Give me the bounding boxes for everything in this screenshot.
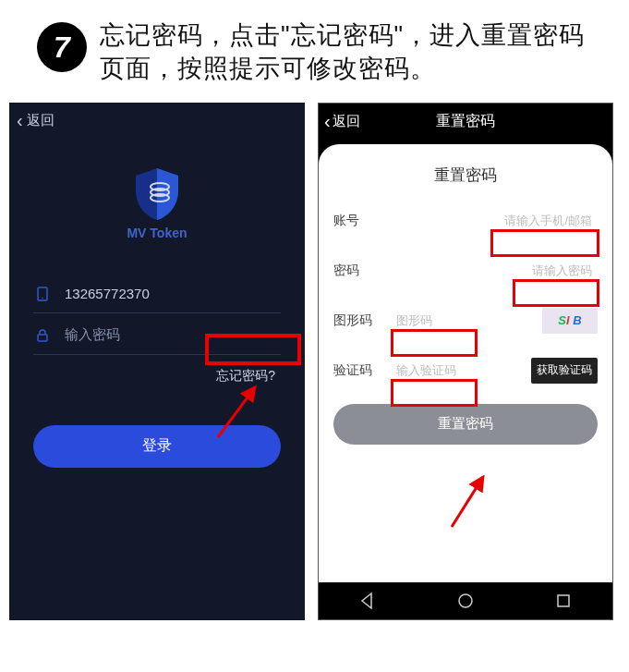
- reset-submit-button[interactable]: 重置密码: [333, 404, 598, 445]
- nav-home-icon[interactable]: [456, 592, 475, 610]
- app-logo-area: MV Token: [9, 166, 305, 240]
- arrow-annotation: [446, 470, 492, 534]
- titlebar: ‹ 返回 重置密码: [319, 104, 612, 141]
- back-button[interactable]: ‹ 返回: [9, 103, 305, 139]
- password-label: 密码: [333, 263, 391, 279]
- chevron-left-icon: ‹: [17, 110, 23, 131]
- forgot-password-link[interactable]: 忘记密码?: [207, 362, 284, 390]
- captcha-image[interactable]: SI B: [542, 308, 598, 334]
- svg-rect-9: [558, 595, 569, 606]
- step-instruction-text: 忘记密码，点击"忘记密码"，进入重置密码页面，按照提示可修改密码。: [100, 18, 611, 86]
- username-field[interactable]: 13265772370: [33, 272, 281, 313]
- chevron-left-icon: ‹: [324, 111, 331, 132]
- shield-logo-icon: [132, 166, 182, 222]
- app-name-label: MV Token: [9, 226, 305, 240]
- screen-title: 重置密码: [319, 112, 612, 131]
- svg-point-4: [42, 298, 43, 299]
- login-button[interactable]: 登录: [33, 425, 281, 468]
- highlight-box-forgot: [205, 334, 301, 365]
- account-label: 账号: [333, 213, 391, 229]
- back-label: 返回: [27, 112, 54, 129]
- nav-recent-icon[interactable]: [554, 592, 573, 610]
- step-number-badge: 7: [37, 22, 87, 72]
- reset-password-screen: ‹ 返回 重置密码 重置密码 账号 请输入手机/邮箱 密码 请输入密码 图形码 …: [318, 103, 613, 620]
- highlight-box-captcha: [391, 329, 478, 357]
- highlight-box-password: [513, 279, 599, 307]
- svg-rect-5: [38, 335, 47, 341]
- phone-screenshots-row: ‹ 返回 MV Token 13265772370: [0, 103, 629, 620]
- step-header: 7 忘记密码，点击"忘记密码"，进入重置密码页面，按照提示可修改密码。: [0, 0, 629, 95]
- highlight-box-account: [490, 229, 599, 257]
- captcha-label: 图形码: [333, 312, 391, 329]
- password-placeholder: 输入密码: [65, 326, 120, 344]
- nav-back-icon[interactable]: [358, 592, 377, 610]
- username-value: 13265772370: [65, 286, 150, 301]
- highlight-box-sms: [391, 379, 478, 407]
- reset-card: 重置密码 账号 请输入手机/邮箱 密码 请输入密码 图形码 图形码 SI B 验…: [319, 144, 612, 582]
- card-title: 重置密码: [333, 165, 598, 186]
- android-navbar: [319, 582, 612, 619]
- phone-icon: [33, 285, 52, 303]
- lock-icon: [33, 326, 52, 345]
- back-button[interactable]: ‹ 返回: [324, 104, 360, 141]
- svg-point-8: [459, 594, 472, 607]
- svg-line-7: [452, 477, 483, 527]
- get-sms-code-button[interactable]: 获取验证码: [531, 358, 598, 384]
- sms-label: 验证码: [333, 362, 391, 379]
- login-screen: ‹ 返回 MV Token 13265772370: [9, 103, 305, 620]
- back-label: 返回: [333, 113, 360, 130]
